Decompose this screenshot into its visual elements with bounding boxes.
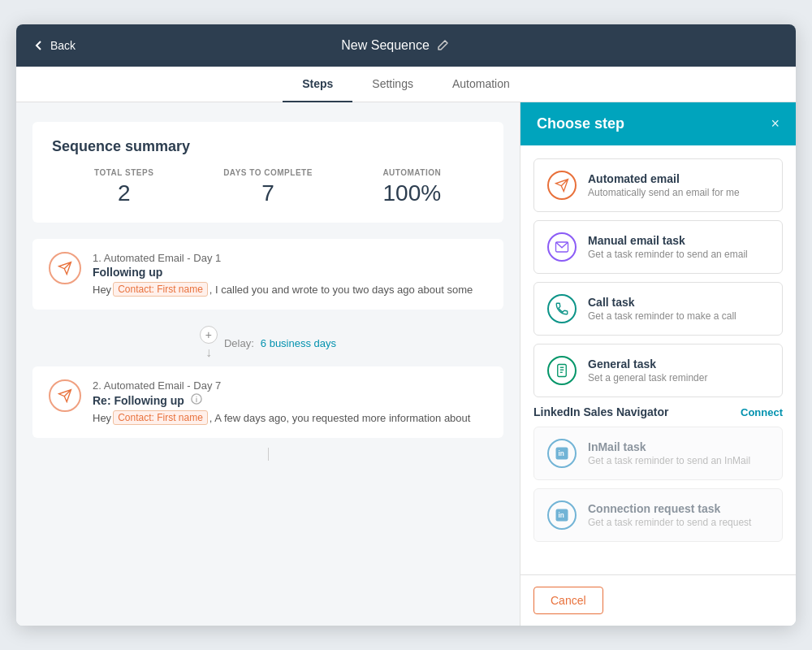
connection-icon: in bbox=[547, 500, 577, 530]
back-label: Back bbox=[50, 39, 76, 52]
step1-content: 1. Automated Email - Day 1 Following up … bbox=[93, 252, 487, 297]
step1-icon bbox=[49, 252, 81, 284]
choose-step-panel: Choose step × Automated email Automatica… bbox=[520, 102, 796, 626]
bottom-connector bbox=[268, 448, 269, 461]
delay-controls: + ↓ bbox=[200, 326, 218, 360]
tab-automation[interactable]: Automation bbox=[433, 67, 529, 102]
stat-days-value: 7 bbox=[196, 180, 339, 206]
sequence-summary: Sequence summary Total Steps 2 Days to C… bbox=[32, 122, 503, 223]
svg-text:in: in bbox=[559, 450, 564, 457]
summary-stats: Total Steps 2 Days to Complete 7 Automat… bbox=[52, 168, 484, 206]
info-icon: i bbox=[191, 393, 202, 405]
main-content: Sequence summary Total Steps 2 Days to C… bbox=[16, 102, 796, 626]
call-task-title: Call task bbox=[588, 296, 736, 309]
step-card-2[interactable]: 2. Automated Email - Day 7 Re: Following… bbox=[32, 366, 503, 438]
linkedin-label: LinkedIn Sales Navigator bbox=[533, 405, 669, 418]
tab-steps[interactable]: Steps bbox=[283, 67, 352, 102]
summary-title: Sequence summary bbox=[52, 138, 484, 155]
linkedin-connect-link[interactable]: Connect bbox=[741, 406, 783, 418]
manual-email-title: Manual email task bbox=[588, 234, 748, 247]
arrow-down-icon: ↓ bbox=[205, 345, 212, 360]
svg-text:i: i bbox=[195, 396, 197, 404]
step1-token: Contact: First name bbox=[113, 282, 208, 297]
step1-preview: Hey Contact: First name , I called you a… bbox=[93, 282, 487, 297]
back-button[interactable]: Back bbox=[32, 39, 76, 52]
edit-icon[interactable] bbox=[436, 39, 449, 52]
tabs-bar: Steps Settings Automation bbox=[16, 67, 796, 102]
manual-email-icon bbox=[547, 232, 577, 262]
svg-rect-3 bbox=[558, 365, 567, 377]
stat-days: Days to Complete 7 bbox=[196, 168, 339, 206]
step1-name: 1. Automated Email - Day 1 bbox=[93, 252, 487, 264]
step2-icon bbox=[49, 379, 81, 412]
inmail-task-option: in InMail task Get a task reminder to se… bbox=[533, 427, 783, 480]
left-panel: Sequence summary Total Steps 2 Days to C… bbox=[16, 102, 520, 626]
automated-email-title: Automated email bbox=[588, 172, 740, 185]
stat-total-steps-label: Total Steps bbox=[52, 168, 196, 177]
automated-email-option[interactable]: Automated email Automatically send an em… bbox=[533, 158, 783, 212]
stat-days-label: Days to Complete bbox=[196, 168, 339, 177]
right-panel-header: Choose step × bbox=[520, 102, 796, 145]
general-task-desc: Set a general task reminder bbox=[588, 372, 707, 384]
header-title: New Sequence bbox=[76, 38, 715, 53]
delay-row: + ↓ Delay: 6 business days bbox=[32, 319, 503, 366]
automated-email-desc: Automatically send an email for me bbox=[588, 187, 740, 198]
general-task-option[interactable]: General task Set a general task reminder bbox=[533, 344, 783, 397]
right-panel-body: Automated email Automatically send an em… bbox=[520, 145, 796, 574]
general-task-icon bbox=[547, 356, 577, 385]
automated-email-icon bbox=[547, 171, 577, 200]
step2-token: Contact: First name bbox=[113, 410, 208, 425]
tab-settings[interactable]: Settings bbox=[352, 67, 433, 102]
step2-name: 2. Automated Email - Day 7 bbox=[93, 379, 487, 392]
delay-label: Delay: bbox=[224, 337, 254, 349]
step2-content: 2. Automated Email - Day 7 Re: Following… bbox=[93, 379, 487, 425]
svg-text:in: in bbox=[559, 512, 564, 519]
inmail-icon: in bbox=[547, 439, 577, 468]
app-window: Back New Sequence Steps Settings Automat… bbox=[16, 24, 796, 626]
general-task-title: General task bbox=[588, 358, 707, 370]
step2-preview-after: , A few days ago, you requested more inf… bbox=[209, 412, 471, 424]
step1-preview-after: , I called you and wrote to you two days… bbox=[209, 284, 473, 296]
step1-subject: Following up bbox=[93, 266, 487, 279]
stat-total-steps: Total Steps 2 bbox=[52, 168, 196, 206]
close-button[interactable]: × bbox=[771, 115, 780, 132]
connection-title: Connection request task bbox=[588, 502, 751, 515]
stat-automation: Automation 100% bbox=[340, 168, 484, 206]
linkedin-section: LinkedIn Sales Navigator Connect in In bbox=[533, 405, 783, 542]
delay-value: 6 business days bbox=[261, 337, 336, 349]
choose-step-title: Choose step bbox=[537, 115, 624, 132]
connection-desc: Get a task reminder to send a request bbox=[588, 517, 751, 528]
inmail-desc: Get a task reminder to send an InMail bbox=[588, 455, 750, 466]
manual-email-option[interactable]: Manual email task Get a task reminder to… bbox=[533, 220, 783, 274]
manual-email-desc: Get a task reminder to send an email bbox=[588, 249, 748, 260]
call-task-icon bbox=[547, 294, 577, 323]
step2-preview: Hey Contact: First name , A few days ago… bbox=[93, 410, 487, 425]
step2-subject: Re: Following up i bbox=[93, 393, 487, 407]
connection-request-option: in Connection request task Get a task re… bbox=[533, 488, 783, 542]
cancel-button[interactable]: Cancel bbox=[533, 587, 603, 614]
step-card-1[interactable]: 1. Automated Email - Day 1 Following up … bbox=[32, 239, 503, 310]
header: Back New Sequence bbox=[16, 24, 796, 67]
add-step-button[interactable]: + bbox=[200, 326, 218, 344]
call-task-option[interactable]: Call task Get a task reminder to make a … bbox=[533, 282, 783, 336]
inmail-title: InMail task bbox=[588, 440, 750, 453]
call-task-desc: Get a task reminder to make a call bbox=[588, 310, 736, 322]
stat-total-steps-value: 2 bbox=[52, 180, 196, 206]
stat-automation-value: 100% bbox=[340, 180, 484, 206]
step1-preview-before: Hey bbox=[93, 284, 111, 296]
right-panel-footer: Cancel bbox=[520, 574, 796, 626]
step2-preview-before: Hey bbox=[93, 412, 111, 424]
stat-automation-label: Automation bbox=[340, 168, 484, 177]
